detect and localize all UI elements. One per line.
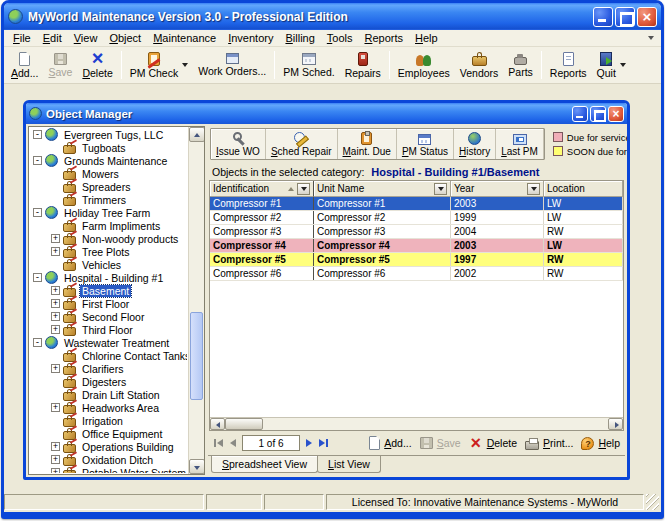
tree-expander-icon[interactable] <box>51 455 60 464</box>
tree-item[interactable]: Grounds Maintenance <box>30 154 187 167</box>
table-row[interactable]: Compressor #6 Compressor #6 2002 RW <box>210 267 623 281</box>
repairs-button[interactable]: Repairs <box>340 48 386 82</box>
pm-status-button[interactable]: PM Status <box>397 129 454 159</box>
tree-item[interactable]: Oxidation Ditch <box>30 453 187 466</box>
tree-expander-icon[interactable] <box>51 312 60 321</box>
tree-item[interactable]: Vehicles <box>30 258 187 271</box>
help-button[interactable]: Help <box>581 437 620 450</box>
tree-item[interactable]: Hospital - Building #1 <box>30 271 187 284</box>
om-close-button[interactable] <box>608 106 624 122</box>
last-pm-button[interactable]: Last PM <box>496 129 544 159</box>
menubar-overflow-icon[interactable] <box>648 36 654 40</box>
scroll-left-button[interactable] <box>210 418 225 430</box>
om-minimize-button[interactable] <box>572 106 588 122</box>
first-record-button[interactable] <box>213 437 224 449</box>
column-year[interactable]: Year <box>451 181 544 197</box>
tree-expander-icon[interactable] <box>51 247 60 256</box>
dropdown-arrow-icon[interactable] <box>182 63 188 67</box>
maint-due-button[interactable]: Maint. Due <box>338 129 397 159</box>
tree-expander-icon[interactable] <box>51 468 60 473</box>
tree-item[interactable]: Non-woody products <box>30 232 187 245</box>
tree-item[interactable]: First Floor <box>30 297 187 310</box>
minimize-button[interactable] <box>593 7 613 27</box>
tree-item[interactable]: Drain Lift Station <box>30 388 187 401</box>
menu-inventory[interactable]: Inventory <box>222 31 279 45</box>
scroll-up-button[interactable] <box>189 127 205 142</box>
tab-spreadsheet-view[interactable]: Spreadsheet View <box>211 456 318 473</box>
tree-item[interactable]: Wastewater Treatment <box>30 336 187 349</box>
next-record-button[interactable] <box>305 437 313 449</box>
tree-expander-icon[interactable] <box>33 156 42 165</box>
last-record-button[interactable] <box>318 437 329 449</box>
resize-grip[interactable] <box>646 494 659 510</box>
maximize-button[interactable] <box>615 7 635 27</box>
work-orders-button[interactable]: Work Orders... <box>193 48 271 82</box>
column-location[interactable]: Location <box>544 181 623 197</box>
tree-item[interactable]: Office Equipment <box>30 427 187 440</box>
tree-expander-icon[interactable] <box>33 338 42 347</box>
dropdown-arrow-icon[interactable] <box>620 63 626 67</box>
menu-help[interactable]: Help <box>409 31 444 45</box>
column-identification[interactable]: Identification <box>210 181 314 197</box>
prev-record-button[interactable] <box>229 437 237 449</box>
tree-item[interactable]: Operations Building <box>30 440 187 453</box>
vendors-button[interactable]: Vendors <box>455 48 504 82</box>
add-button[interactable]: Add... <box>6 48 43 82</box>
scroll-right-button[interactable] <box>608 418 623 430</box>
tree-item[interactable]: Spreaders <box>30 180 187 193</box>
object-manager-titlebar[interactable]: Object Manager <box>26 103 627 124</box>
column-filter-button[interactable] <box>434 183 447 195</box>
tree-expander-icon[interactable] <box>51 442 60 451</box>
sched-repair-button[interactable]: Sched Repair <box>266 129 338 159</box>
tree-item[interactable]: Third Floor <box>30 323 187 336</box>
add-record-button[interactable]: Add... <box>369 436 411 450</box>
menu-object[interactable]: Object <box>103 31 147 45</box>
tree-expander-icon[interactable] <box>51 325 60 334</box>
column-filter-button[interactable] <box>527 183 540 195</box>
menu-tools[interactable]: Tools <box>321 31 359 45</box>
tree-expander-icon[interactable] <box>33 273 42 282</box>
tree-item[interactable]: Potable Water System <box>30 466 187 473</box>
save-button[interactable]: Save <box>43 48 77 82</box>
tree-expander-icon[interactable] <box>51 286 60 295</box>
menu-file[interactable]: File <box>7 31 37 45</box>
record-position[interactable]: 1 of 6 <box>242 435 300 451</box>
print-button[interactable]: Print... <box>525 437 573 450</box>
delete-record-button[interactable]: Delete <box>469 437 517 450</box>
close-button[interactable] <box>637 7 657 27</box>
tree-item[interactable]: Chlorine Contact Tanks <box>30 349 187 362</box>
tree-item[interactable]: Farm Impliments <box>30 219 187 232</box>
tree-item[interactable]: Tree Plots <box>30 245 187 258</box>
tree-item[interactable]: Digesters <box>30 375 187 388</box>
tree-item[interactable]: Clarifiers <box>30 362 187 375</box>
menu-maintenance[interactable]: Maintenance <box>147 31 222 45</box>
pm-sched-button[interactable]: PM Sched. <box>278 48 339 82</box>
tree-expander-icon[interactable] <box>33 130 42 139</box>
table-row[interactable]: Compressor #2 Compressor #2 1999 LW <box>210 211 623 225</box>
reports-button[interactable]: Reports <box>545 48 592 82</box>
employees-button[interactable]: Employees <box>393 48 455 82</box>
tree-item[interactable]: Holiday Tree Farm <box>30 206 187 219</box>
column-filter-button[interactable] <box>297 183 310 195</box>
menu-reports[interactable]: Reports <box>359 31 410 45</box>
tree-scrollbar-thumb[interactable] <box>190 312 203 400</box>
tree-expander-icon[interactable] <box>51 299 60 308</box>
tree-item[interactable]: Basement <box>30 284 187 297</box>
hscrollbar-thumb[interactable] <box>225 418 263 430</box>
table-row[interactable]: Compressor #3 Compressor #3 2004 RW <box>210 225 623 239</box>
tree-expander-icon[interactable] <box>51 403 60 412</box>
issue-wo-button[interactable]: Issue WO <box>211 129 266 159</box>
tree-item[interactable]: Second Floor <box>30 310 187 323</box>
pm-check-button[interactable]: PM Check <box>125 48 193 82</box>
tree-expander-icon[interactable] <box>33 208 42 217</box>
history-button[interactable]: History <box>454 129 496 159</box>
menu-view[interactable]: View <box>68 31 104 45</box>
tree-item[interactable]: Irrigation <box>30 414 187 427</box>
tree-item[interactable]: Mowers <box>30 167 187 180</box>
quit-button[interactable]: Quit <box>592 48 631 82</box>
tree-item[interactable]: Trimmers <box>30 193 187 206</box>
scroll-down-button[interactable] <box>189 459 205 474</box>
tree-expander-icon[interactable] <box>51 364 60 373</box>
tree-item[interactable]: Headworks Area <box>30 401 187 414</box>
tree-scrollbar[interactable] <box>188 127 204 474</box>
